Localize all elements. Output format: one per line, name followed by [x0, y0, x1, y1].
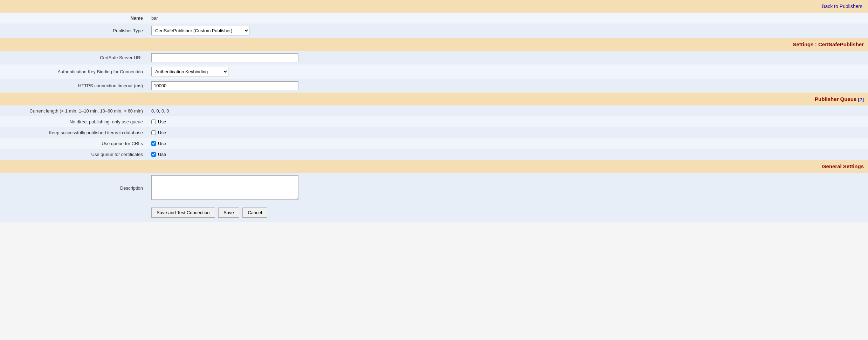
https-timeout-value	[147, 79, 868, 93]
general-settings-section-title-cell: General Settings	[0, 160, 868, 173]
certsafe-url-value	[147, 51, 868, 64]
name-value: bar	[147, 13, 868, 23]
auth-keybinding-value: Authentication Keybinding	[147, 64, 868, 79]
queue-certs-checkbox[interactable]	[151, 152, 156, 157]
current-length-value: 0, 0, 0, 0	[147, 106, 868, 116]
description-row: Description	[0, 173, 868, 203]
settings-section-header: Settings : CertSafePublisher	[0, 38, 868, 51]
publisher-type-label: Publisher Type	[0, 23, 147, 38]
description-value	[147, 173, 868, 203]
queue-crls-row: Use queue for CRLs Use	[0, 138, 868, 149]
queue-crls-label: Use queue for CRLs	[0, 138, 147, 149]
publisher-queue-section-title-cell: Publisher Queue [?]	[0, 93, 868, 106]
buttons-label-cell	[0, 203, 147, 222]
certsafe-url-row: CertSafe Server URL	[0, 51, 868, 64]
publisher-type-value[interactable]: CertSafePublisher (Custom Publisher)	[147, 23, 868, 38]
keep-published-checkbox-row: Use	[151, 130, 864, 135]
https-timeout-input[interactable]	[151, 81, 298, 90]
keep-published-checkbox[interactable]	[151, 130, 156, 135]
publisher-queue-help-link[interactable]: [?]	[858, 97, 864, 102]
form-table: Name bar Publisher Type CertSafePublishe…	[0, 13, 868, 222]
publisher-type-row: Publisher Type CertSafePublisher (Custom…	[0, 23, 868, 38]
no-direct-publishing-checkbox-row: Use	[151, 119, 864, 124]
keep-published-label: Keep successfully published items in dat…	[0, 127, 147, 138]
publisher-type-select[interactable]: CertSafePublisher (Custom Publisher)	[151, 26, 249, 35]
page-wrapper: Back to Publishers Name bar Publisher Ty…	[0, 0, 868, 222]
current-length-label: Current length (< 1 min, 1–10 min, 10–60…	[0, 106, 147, 116]
cancel-button[interactable]: Cancel	[242, 208, 267, 218]
description-label: Description	[0, 173, 147, 203]
publisher-queue-title: Publisher Queue [?]	[815, 96, 864, 102]
auth-keybinding-label: Authentication Key Binding for Connectio…	[0, 64, 147, 79]
certsafe-url-label: CertSafe Server URL	[0, 51, 147, 64]
no-direct-publishing-value: Use	[147, 116, 868, 127]
buttons-row: Save and Test Connection Save Cancel	[0, 203, 868, 222]
keep-published-value: Use	[147, 127, 868, 138]
queue-certs-value: Use	[147, 149, 868, 160]
queue-certs-row: Use queue for certificates Use	[0, 149, 868, 160]
no-direct-publishing-checkbox[interactable]	[151, 120, 156, 124]
queue-certs-checkbox-row: Use	[151, 152, 864, 157]
description-textarea[interactable]	[151, 175, 298, 200]
certsafe-url-input[interactable]	[151, 53, 298, 62]
buttons-value-cell: Save and Test Connection Save Cancel	[147, 203, 868, 222]
no-direct-publishing-row: No direct publishing, only use queue Use	[0, 116, 868, 127]
general-settings-section-header: General Settings	[0, 160, 868, 173]
keep-published-row: Keep successfully published items in dat…	[0, 127, 868, 138]
queue-crls-checkbox-row: Use	[151, 141, 864, 146]
auth-keybinding-select[interactable]: Authentication Keybinding	[151, 67, 228, 76]
name-row: Name bar	[0, 13, 868, 23]
top-bar: Back to Publishers	[0, 0, 868, 13]
current-length-row: Current length (< 1 min, 1–10 min, 10–60…	[0, 106, 868, 116]
save-test-button[interactable]: Save and Test Connection	[151, 208, 215, 218]
auth-keybinding-row: Authentication Key Binding for Connectio…	[0, 64, 868, 79]
queue-crls-checkbox[interactable]	[151, 141, 156, 146]
settings-section-title-cell: Settings : CertSafePublisher	[0, 38, 868, 51]
publisher-queue-section-header: Publisher Queue [?]	[0, 93, 868, 106]
back-to-publishers-link[interactable]: Back to Publishers	[822, 4, 862, 9]
queue-crls-value: Use	[147, 138, 868, 149]
https-timeout-row: HTTPS connection timeout (ms)	[0, 79, 868, 93]
name-label: Name	[0, 13, 147, 23]
https-timeout-label: HTTPS connection timeout (ms)	[0, 79, 147, 93]
queue-certs-label: Use queue for certificates	[0, 149, 147, 160]
no-direct-publishing-label: No direct publishing, only use queue	[0, 116, 147, 127]
save-button[interactable]: Save	[218, 208, 239, 218]
